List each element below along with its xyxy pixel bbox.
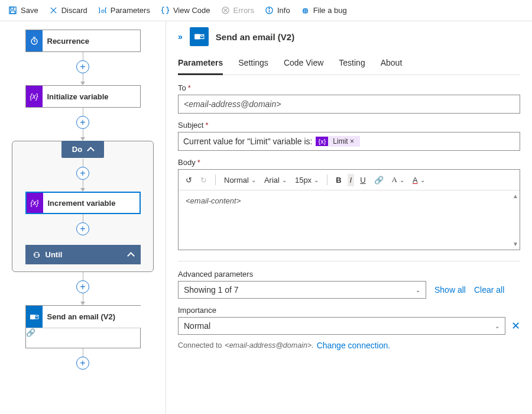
svg-rect-2 [11,11,15,14]
add-step-button[interactable]: + [76,357,89,370]
connection-info: Connected to <email-address@domain>. Cha… [178,341,520,350]
info-label: Info [277,6,290,15]
do-header[interactable]: Do [61,141,104,158]
underline-button[interactable]: U [358,174,368,186]
save-button[interactable]: Save [5,4,42,17]
highlight-button[interactable]: A ⌄ [410,174,427,186]
errors-button: Errors [218,4,258,17]
scroll-down-icon[interactable]: ▼ [512,241,518,247]
view-code-button[interactable]: View Code [157,4,214,17]
view-code-label: View Code [173,6,210,15]
font-size-select[interactable]: 15px ⌄ [293,174,321,186]
node-initialize-variable[interactable]: {x} Initialize variable [25,85,141,108]
discard-button[interactable]: Discard [46,4,91,17]
to-label: To* [178,83,520,92]
add-step-button[interactable]: + [76,60,89,73]
bold-button[interactable]: B [333,174,343,186]
node-send-email-wrapper: Send an email (V2) 🔗 [25,305,141,348]
paragraph-style-select[interactable]: Normal ⌄ [222,174,258,186]
errors-label: Errors [233,6,254,15]
editor-toolbar: ↺ ↻ Normal ⌄ Arial ⌄ 15px ⌄ B I U 🔗 A ⌄ … [179,170,520,190]
outlook-icon [30,312,39,322]
add-step-button[interactable]: + [76,116,89,129]
chevron-up-icon [127,252,135,260]
link-button[interactable]: 🔗 [372,174,386,186]
clear-all-link[interactable]: Clear all [474,285,504,295]
font-family-select[interactable]: Arial ⌄ [262,174,289,186]
chevron-up-icon [87,147,95,154]
error-icon [221,6,230,15]
until-label: Until [46,250,63,259]
until-header[interactable]: Until [25,245,141,264]
panel-title: Send an email (V2) [216,32,294,42]
add-step-button[interactable]: + [76,222,89,235]
to-field[interactable]: <email-address@domain> [178,95,520,114]
add-step-button[interactable]: + [76,167,89,180]
tab-parameters[interactable]: Parameters [178,54,223,75]
parameters-button[interactable]: @ Parameters [95,4,154,17]
braces-icon [161,6,170,15]
italic-button[interactable]: I [348,174,355,186]
tab-settings[interactable]: Settings [238,54,268,75]
do-label: Do [72,145,82,154]
svg-rect-24 [194,34,200,40]
workflow-canvas[interactable]: Recurrence + {x} Initialize variable + D… [0,21,166,414]
importance-label: Importance [178,306,520,315]
node-increment-variable[interactable]: {x} Increment variable [25,192,141,214]
editor-body[interactable]: <email-content> ▲ ▼ [179,190,520,250]
info-button[interactable]: Info [261,4,294,17]
outlook-icon [190,27,209,46]
importance-select[interactable]: Normal⌄ [178,317,505,335]
rich-text-editor: ↺ ↻ Normal ⌄ Arial ⌄ 15px ⌄ B I U 🔗 A ⌄ … [178,169,520,250]
info-icon [265,6,274,15]
save-label: Save [21,6,38,15]
subject-field[interactable]: Current value for "Limit" variable is: {… [178,132,520,151]
tab-testing[interactable]: Testing [339,54,365,75]
node-label: Recurrence [43,37,90,46]
collapse-panel-button[interactable]: » [178,32,183,41]
loop-container[interactable]: Do + {x} Increment variable + Until [12,141,154,272]
discard-label: Discard [61,6,87,15]
change-connection-link[interactable]: Change connection. [317,341,391,350]
node-label: Send an email (V2) [43,312,116,321]
advanced-params-select[interactable]: Showing 1 of 7⌄ [178,281,426,299]
svg-point-11 [269,8,270,9]
file-bug-button[interactable]: File a bug [297,4,351,17]
close-icon [49,6,58,15]
link-icon: 🔗 [26,328,35,337]
node-send-email[interactable]: Send an email (V2) [26,306,141,328]
node-label: Initialize variable [43,92,109,101]
parameters-label: Parameters [111,6,150,15]
panel-tabs: Parameters Settings Code View Testing Ab… [178,54,520,75]
parameters-icon: @ [98,6,107,15]
undo-button[interactable]: ↺ [183,174,194,186]
text-color-button[interactable]: A ⌄ [390,173,407,186]
clock-icon [30,36,39,46]
svg-rect-1 [11,7,14,9]
loop-icon [33,251,41,259]
node-recurrence[interactable]: Recurrence [25,30,141,52]
body-label: Body* [178,158,520,167]
show-all-link[interactable]: Show all [434,285,466,295]
action-panel: » Send an email (V2) Parameters Settings… [166,21,532,414]
subject-label: Subject* [178,121,520,130]
variable-icon: {x} [316,137,328,146]
svg-rect-23 [30,315,35,319]
save-icon [8,6,17,15]
add-step-button[interactable]: + [76,280,89,293]
file-bug-label: File a bug [313,6,347,15]
subject-text: Current value for "Limit" variable is: [183,137,312,146]
token-limit[interactable]: {x} Limit × [316,136,360,147]
redo-button: ↻ [198,174,209,186]
variable-icon: {x} [30,92,38,101]
remove-field-button[interactable]: ✕ [511,319,520,332]
bug-icon [301,6,310,15]
tab-code-view[interactable]: Code View [284,54,323,75]
scroll-up-icon[interactable]: ▲ [512,193,518,199]
advanced-heading: Advanced parameters [178,270,520,279]
svg-text:@: @ [100,8,105,14]
tab-about[interactable]: About [381,54,403,75]
command-bar: Save Discard @ Parameters View Code Erro… [0,0,532,21]
node-label: Increment variable [43,199,116,208]
variable-icon: {x} [30,199,38,207]
